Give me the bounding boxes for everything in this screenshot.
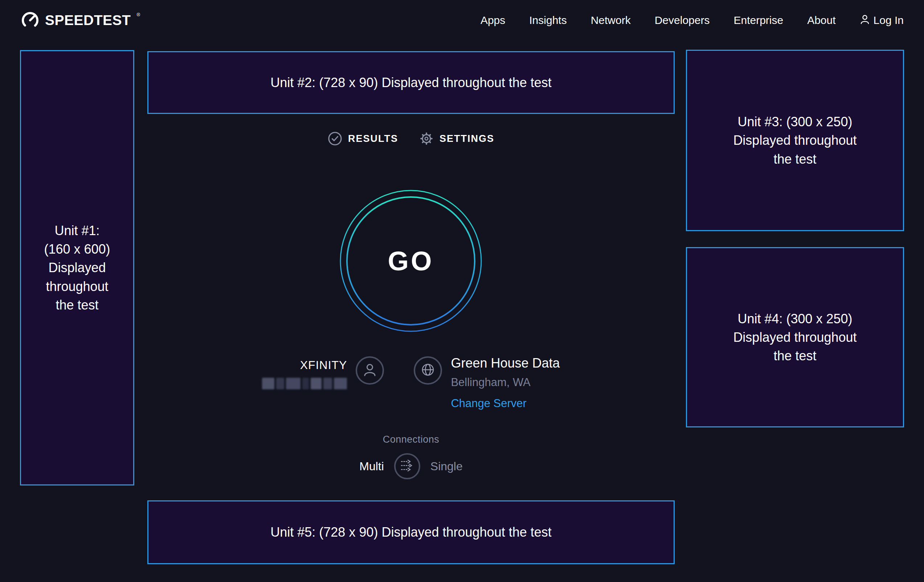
check-circle-icon — [328, 131, 342, 146]
ad-unit-5[interactable]: Unit #5: (728 x 90) Displayed throughout… — [147, 500, 675, 564]
connections-toggle[interactable] — [394, 453, 420, 479]
tab-settings[interactable]: SETTINGS — [419, 131, 494, 146]
ad-unit-3-line: the test — [773, 150, 816, 168]
brand-name: SPEEDTEST — [45, 12, 130, 28]
brand-trademark: ® — [137, 12, 140, 17]
multi-arrows-icon — [399, 458, 415, 474]
login-label: Log In — [874, 14, 904, 26]
ad-unit-1-line: throughout — [46, 277, 108, 296]
change-server-link[interactable]: Change Server — [451, 397, 526, 410]
login-button[interactable]: Log In — [860, 14, 904, 27]
user-icon — [860, 14, 870, 27]
nav-items: Apps Insights Network Developers Enterpr… — [480, 14, 904, 27]
ad-unit-4[interactable]: Unit #4: (300 x 250) Displayed throughou… — [686, 247, 904, 427]
connections-toggle-row: Multi Single — [359, 453, 463, 479]
ad-unit-2-line: Unit #2: (728 x 90) Displayed throughout… — [271, 73, 551, 92]
ad-unit-1-line: Unit #1: — [54, 221, 99, 240]
ad-unit-3-line: Displayed throughout — [733, 131, 856, 150]
ad-unit-1[interactable]: Unit #1: (160 x 600) Displayed throughou… — [20, 50, 134, 485]
ad-unit-1-line: Displayed — [48, 258, 106, 277]
go-button-label: GO — [339, 189, 483, 333]
gauge-icon — [20, 10, 40, 30]
isp-avatar[interactable] — [356, 356, 384, 385]
ad-unit-1-line: (160 x 600) — [44, 240, 110, 258]
ad-unit-3[interactable]: Unit #3: (300 x 250) Displayed throughou… — [686, 50, 904, 231]
view-tabs: RESULTS SETTINGS — [147, 131, 675, 146]
globe-icon — [420, 362, 436, 379]
go-button[interactable]: GO — [339, 189, 483, 333]
speedtest-logo[interactable]: SPEEDTEST ® — [20, 10, 139, 30]
ad-unit-3-line: Unit #3: (300 x 250) — [738, 112, 852, 131]
ad-unit-4-line: Displayed throughout — [733, 328, 856, 346]
nav-item-apps[interactable]: Apps — [480, 14, 505, 26]
connections-single-label[interactable]: Single — [431, 460, 463, 473]
connections-section: Connections Multi Single — [147, 434, 675, 479]
nav-item-enterprise[interactable]: Enterprise — [733, 14, 783, 26]
nav-item-insights[interactable]: Insights — [529, 14, 566, 26]
test-meta-row: XFINITY Green House Data — [147, 353, 675, 410]
isp-name: XFINITY — [300, 358, 347, 372]
server-globe-badge[interactable] — [414, 356, 442, 385]
server-name: Green House Data — [451, 356, 559, 371]
ad-unit-4-line: the test — [773, 346, 816, 365]
gear-icon — [419, 131, 434, 146]
server-info: Green House Data Bellingham, WA Change S… — [451, 356, 559, 410]
tab-settings-label: SETTINGS — [439, 133, 494, 144]
tab-results-label: RESULTS — [348, 133, 398, 144]
nav-item-developers[interactable]: Developers — [655, 14, 710, 26]
isp-detail-redacted — [262, 378, 347, 389]
tab-results[interactable]: RESULTS — [328, 131, 398, 146]
connections-multi-label[interactable]: Multi — [359, 460, 384, 473]
server-location: Bellingham, WA — [451, 376, 530, 389]
top-navigation: SPEEDTEST ® Apps Insights Network Develo… — [0, 0, 924, 41]
ad-unit-4-line: Unit #4: (300 x 250) — [738, 310, 852, 328]
ad-unit-5-line: Unit #5: (728 x 90) Displayed throughout… — [271, 523, 551, 541]
ad-unit-1-line: the test — [56, 296, 98, 314]
nav-item-network[interactable]: Network — [591, 14, 631, 26]
ad-unit-2[interactable]: Unit #2: (728 x 90) Displayed throughout… — [147, 51, 675, 114]
isp-info: XFINITY — [262, 358, 347, 389]
person-icon — [363, 362, 377, 379]
connections-label: Connections — [383, 434, 439, 445]
nav-item-about[interactable]: About — [807, 14, 835, 26]
